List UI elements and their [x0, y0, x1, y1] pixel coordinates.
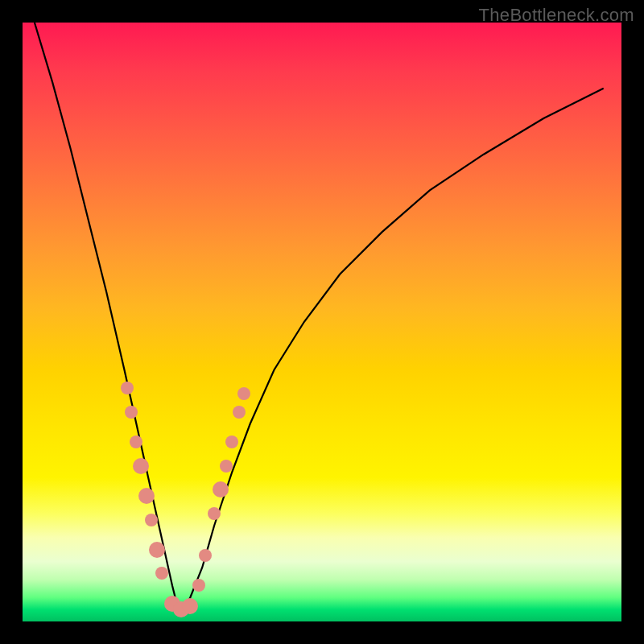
- data-point-marker: [220, 460, 233, 473]
- data-point-marker: [121, 382, 134, 394]
- data-point-marker: [237, 387, 250, 400]
- data-point-marker: [155, 567, 168, 580]
- data-point-marker: [149, 542, 165, 558]
- plot-area: [23, 23, 621, 621]
- data-point-marker: [125, 406, 138, 419]
- data-point-marker: [208, 507, 221, 520]
- data-point-marker: [145, 514, 158, 526]
- data-point-marker: [192, 579, 205, 592]
- data-point-marker: [233, 406, 246, 419]
- data-point-marker: [138, 488, 155, 504]
- data-point-marker: [182, 598, 198, 614]
- data-point-marker: [130, 436, 142, 448]
- data-point-marker: [213, 481, 229, 497]
- bottleneck-curve: [23, 23, 621, 621]
- watermark-text: TheBottleneck.com: [479, 5, 634, 26]
- chart-canvas: TheBottleneck.com: [0, 0, 644, 644]
- data-point-marker: [199, 549, 212, 562]
- data-point-marker: [225, 436, 238, 448]
- data-point-marker: [133, 458, 149, 474]
